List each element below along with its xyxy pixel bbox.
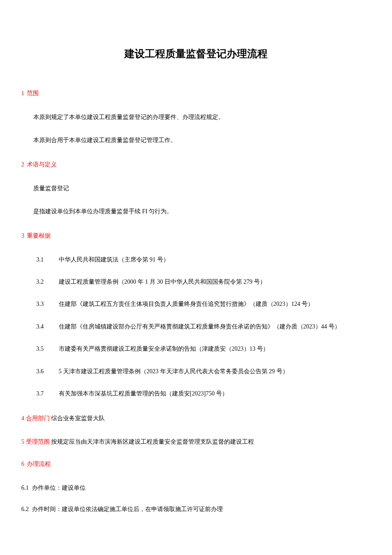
section-heading-5: 5 受理范围 — [21, 439, 51, 445]
section-heading-text: 合用部门 — [26, 415, 50, 421]
paragraph: 质量监督登记 — [21, 184, 371, 193]
list-item: 3.1 中华人民共和国建筑法（主席令第 91 号） — [21, 255, 371, 264]
paragraph: 本原则合用于本单位建设工程质量监督登记管理工作。 — [21, 136, 371, 145]
item-text: 中华人民共和国建筑法（主席令第 91 号） — [59, 256, 169, 263]
item-text: 办件时间：建设单位依法确定施工单位后，在申请领取施工许可证前办理 — [32, 506, 223, 512]
section-heading-text: 术语与定义 — [27, 161, 57, 168]
section-heading-1: 1 范围 — [21, 90, 371, 97]
section-heading-text: 范围 — [27, 90, 39, 96]
section-department: 4 合用部门 综合业务室监督大队 — [21, 414, 371, 423]
item-text: 5 天津市建设工程质量管理条例（2023 年天津市人民代表大会常务委员会公告第 … — [59, 368, 288, 375]
section-inline-text: 综合业务室监督大队 — [51, 415, 105, 421]
list-item: 3.5 市建委有关严格贯彻建设工程质量安全承诺制的告知（津建质安（2023）13… — [21, 344, 371, 354]
item-num: 3.5 — [36, 344, 57, 354]
section-num: 2 — [21, 161, 24, 168]
item-num: 3.2 — [36, 277, 57, 287]
list-item: 6.2 办件时间：建设单位依法确定施工单位后，在申请领取施工许可证前办理 — [21, 505, 371, 514]
item-num: 3.4 — [36, 322, 57, 331]
paragraph: 是指建设单位到本单位办理质量监督手续 FI 匀行为。 — [21, 207, 371, 216]
list-item: 6.1 办件单位：建设单位 — [21, 483, 371, 493]
section-heading-text: 办理流程 — [27, 461, 51, 467]
section-num: 5 — [21, 439, 24, 445]
section-heading-3: 3 重要根据 — [21, 232, 371, 240]
item-text: 有关加强本市深基坑工程质量管理的告知（建质安[2023]750 号） — [59, 390, 228, 397]
list-item: 3.3 住建部《建筑工程五方责任主体项目负责人质量终身责任追究暂行措施》（建质（… — [21, 299, 371, 309]
section-basis: 3 重要根据 3.1 中华人民共和国建筑法（主席令第 91 号） 3.2 建设工… — [21, 232, 371, 399]
section-acceptance-scope: 5 受理范围 按规定应当由天津市滨海新区建设工程质量安全监督管理支队监督的建设工… — [21, 437, 371, 447]
item-num: 3.7 — [36, 389, 57, 398]
item-num: 3.6 — [36, 367, 57, 376]
section-num: 4 — [21, 415, 24, 421]
item-text: 住建部《建筑工程五方责任主体项目负责人质量终身责任追究暂行措施》（建质（2023… — [59, 301, 314, 307]
paragraph: 本原则规定了本单位建设工程质量监督登记的办理要件、办理流程规定。 — [21, 113, 371, 122]
section-heading-text: 重要根据 — [27, 232, 51, 239]
section-num: 3 — [21, 232, 24, 239]
item-num: 3.1 — [36, 255, 57, 264]
item-text: 住建部《住房城镇建设部办公厅有关严格贯彻建筑工程质量终身责任承诺的告知》（建办质… — [59, 323, 341, 330]
section-heading-2: 2 术语与定义 — [21, 161, 371, 169]
section-process: 6 办理流程 6.1 办件单位：建设单位 6.2 办件时间：建设单位依法确定施工… — [21, 460, 371, 514]
list-item: 3.2 建设工程质量管理条例（2000 年 1 月 30 日中华人民共和国国务院… — [21, 277, 371, 287]
section-inline-text: 按规定应当由天津市滨海新区建设工程质量安全监督管理支队监督的建设工程 — [51, 439, 254, 445]
item-text: 市建委有关严格贯彻建设工程质量安全承诺制的告知（津建质安（2023）13 号） — [59, 346, 269, 352]
section-num: 6 — [21, 461, 24, 467]
list-item: 3.6 5 天津市建设工程质量管理条例（2023 年天津市人民代表大会常务委员会… — [21, 367, 371, 376]
document-title: 建设工程质量监督登记办理流程 — [21, 47, 371, 61]
section-terms: 2 术语与定义 质量监督登记 是指建设单位到本单位办理质量监督手续 FI 匀行为… — [21, 161, 371, 217]
item-num: 6.1 — [21, 485, 29, 491]
item-num: 6.2 — [21, 506, 29, 512]
list-item: 3.7 有关加强本市深基坑工程质量管理的告知（建质安[2023]750 号） — [21, 389, 371, 398]
item-text: 办件单位：建设单位 — [32, 485, 86, 491]
section-scope: 1 范围 本原则规定了本单位建设工程质量监督登记的办理要件、办理流程规定。 本原… — [21, 90, 371, 145]
item-num: 3.3 — [36, 299, 57, 309]
item-text: 建设工程质量管理条例（2000 年 1 月 30 日中华人民共和国国务院令第 2… — [59, 279, 266, 285]
section-heading-4: 4 合用部门 — [21, 415, 51, 421]
section-heading-6: 6 办理流程 — [21, 460, 371, 468]
section-num: 1 — [21, 90, 24, 96]
section-heading-text: 受理范围 — [26, 439, 50, 445]
list-item: 3.4 住建部《住房城镇建设部办公厅有关严格贯彻建筑工程质量终身责任承诺的告知》… — [21, 322, 371, 331]
